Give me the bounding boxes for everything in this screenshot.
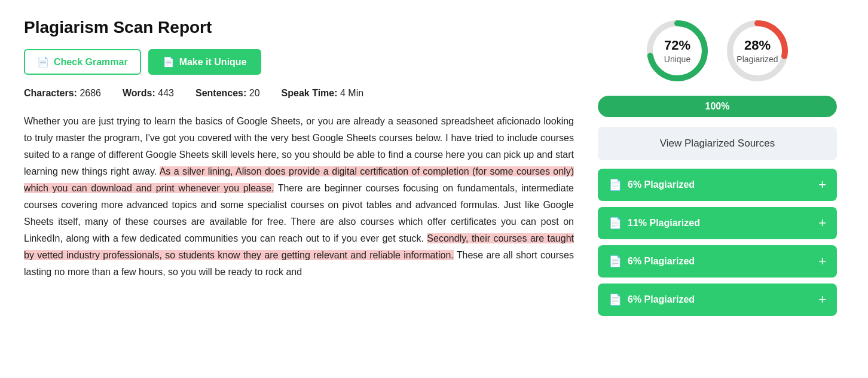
make-unique-label: Make it Unique bbox=[179, 57, 247, 68]
source-item-4-plus: + bbox=[818, 292, 826, 307]
left-panel: Plagiarism Scan Report 📄 Check Grammar 📄… bbox=[24, 18, 574, 322]
unique-percent: 72% bbox=[664, 38, 690, 53]
stats-row: Characters: 2686 Words: 443 Sentences: 2… bbox=[24, 88, 574, 99]
source-icon-3: 📄 bbox=[609, 255, 622, 268]
plagiarized-center-text: 28% Plagiarized bbox=[736, 38, 778, 64]
page-title: Plagiarism Scan Report bbox=[24, 18, 574, 37]
source-item-2-plus: + bbox=[818, 215, 826, 231]
progress-label: 100% bbox=[705, 101, 730, 112]
view-sources-label: View Plagiarized Sources bbox=[660, 138, 775, 149]
check-grammar-label: Check Grammar bbox=[54, 57, 128, 68]
source-icon-1: 📄 bbox=[609, 178, 622, 191]
source-item-1-label: 6% Plagiarized bbox=[628, 179, 695, 190]
source-item-1-left: 📄 6% Plagiarized bbox=[609, 178, 695, 191]
progress-bar-fill: 100% bbox=[598, 96, 837, 117]
characters-label: Characters: bbox=[24, 88, 77, 98]
plagiarized-percent: 28% bbox=[736, 38, 778, 53]
make-unique-button[interactable]: 📄 Make it Unique bbox=[148, 49, 261, 75]
sentences-value: 20 bbox=[249, 88, 260, 98]
source-items-list: 📄 6% Plagiarized + 📄 11% Plagiarized + 📄… bbox=[598, 169, 837, 316]
plagiarized-label: Plagiarized bbox=[736, 54, 778, 64]
sentences-label: Sentences: bbox=[195, 88, 246, 98]
check-grammar-button[interactable]: 📄 Check Grammar bbox=[24, 49, 141, 75]
source-item-4-label: 6% Plagiarized bbox=[628, 294, 695, 305]
button-row: 📄 Check Grammar 📄 Make it Unique bbox=[24, 49, 574, 75]
right-panel: 72% Unique 28% Plagiarized bbox=[598, 18, 837, 322]
words-stat: Words: 443 bbox=[123, 88, 174, 99]
source-item-2[interactable]: 📄 11% Plagiarized + bbox=[598, 207, 837, 239]
unique-circle-container: 72% Unique bbox=[644, 18, 710, 84]
sentences-stat: Sentences: 20 bbox=[195, 88, 260, 99]
unique-center-text: 72% Unique bbox=[664, 38, 690, 64]
source-item-3-label: 6% Plagiarized bbox=[628, 256, 695, 267]
source-item-4-left: 📄 6% Plagiarized bbox=[609, 293, 695, 306]
unique-label: Unique bbox=[664, 54, 690, 64]
characters-stat: Characters: 2686 bbox=[24, 88, 101, 99]
words-value: 443 bbox=[158, 88, 174, 98]
plagiarized-circle-container: 28% Plagiarized bbox=[725, 18, 790, 84]
source-item-3[interactable]: 📄 6% Plagiarized + bbox=[598, 245, 837, 278]
speak-time-stat: Speak Time: 4 Min bbox=[282, 88, 364, 99]
view-sources-box[interactable]: View Plagiarized Sources bbox=[598, 127, 837, 160]
unique-circle: 72% Unique bbox=[644, 18, 710, 84]
words-label: Words: bbox=[123, 88, 155, 98]
check-grammar-icon: 📄 bbox=[37, 56, 49, 68]
source-item-2-left: 📄 11% Plagiarized bbox=[609, 217, 700, 230]
make-unique-icon: 📄 bbox=[163, 56, 175, 68]
source-item-1[interactable]: 📄 6% Plagiarized + bbox=[598, 169, 837, 201]
source-item-3-plus: + bbox=[818, 254, 826, 269]
characters-value: 2686 bbox=[80, 88, 101, 98]
speak-time-label: Speak Time: bbox=[282, 88, 338, 98]
source-item-2-label: 11% Plagiarized bbox=[628, 218, 700, 228]
source-item-3-left: 📄 6% Plagiarized bbox=[609, 255, 695, 268]
source-item-1-plus: + bbox=[818, 177, 826, 193]
progress-bar-wrap: 100% bbox=[598, 96, 837, 117]
source-icon-4: 📄 bbox=[609, 293, 622, 306]
circles-row: 72% Unique 28% Plagiarized bbox=[598, 18, 837, 84]
source-item-4[interactable]: 📄 6% Plagiarized + bbox=[598, 284, 837, 316]
plagiarized-circle: 28% Plagiarized bbox=[725, 18, 790, 84]
source-icon-2: 📄 bbox=[609, 217, 622, 230]
speak-time-value: 4 Min bbox=[340, 88, 363, 98]
document-content: Whether you are just trying to learn the… bbox=[24, 113, 574, 281]
